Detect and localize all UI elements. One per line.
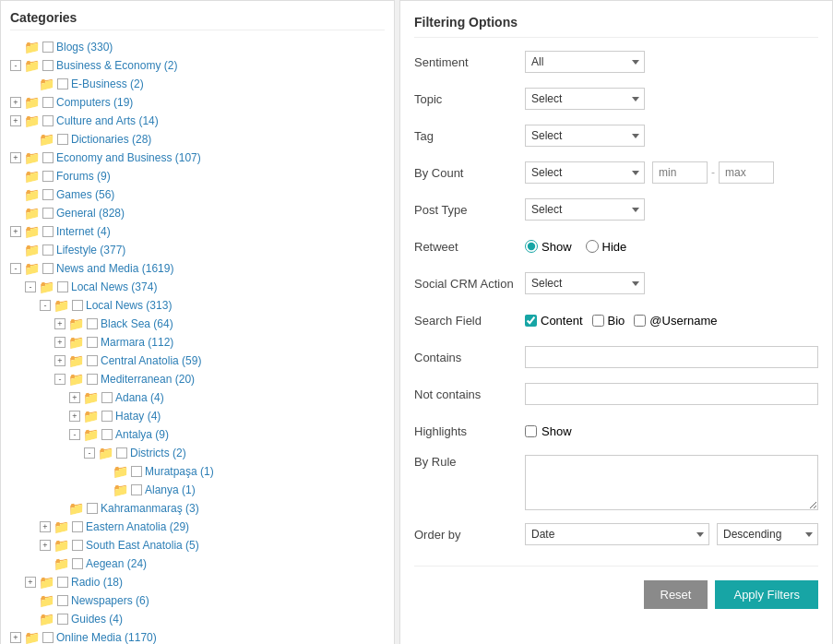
expand-button[interactable]: + xyxy=(69,411,80,422)
tree-item-news-media[interactable]: -📁News and Media (1619) xyxy=(10,259,385,278)
order-by-field-select[interactable]: Date Count Relevance xyxy=(525,523,709,545)
retweet-hide-radio[interactable] xyxy=(586,240,599,253)
item-checkbox[interactable] xyxy=(57,595,68,606)
tree-item-online-media[interactable]: +📁Online Media (1170) xyxy=(10,628,385,644)
content-check-option[interactable]: Content xyxy=(525,314,583,328)
item-checkbox[interactable] xyxy=(42,115,54,126)
tree-item-districts[interactable]: -📁Districts (2) xyxy=(10,444,385,462)
expand-button[interactable]: + xyxy=(10,152,21,163)
item-checkbox[interactable] xyxy=(87,355,98,366)
item-checkbox[interactable] xyxy=(42,226,54,237)
tree-item-eastern-anatolia[interactable]: +📁Eastern Anatolia (29) xyxy=(10,518,385,536)
tree-item-alanya[interactable]: 📁Alanya (1) xyxy=(10,481,385,499)
sentiment-select[interactable]: All Positive Negative Neutral xyxy=(525,51,645,73)
expand-button[interactable]: + xyxy=(69,392,80,403)
item-checkbox[interactable] xyxy=(87,503,98,514)
item-checkbox[interactable] xyxy=(87,337,98,348)
item-checkbox[interactable] xyxy=(42,632,54,643)
expand-button[interactable]: - xyxy=(54,374,65,385)
count-min-input[interactable] xyxy=(652,161,708,184)
expand-button[interactable]: + xyxy=(40,540,51,551)
tree-item-adana[interactable]: +📁Adana (4) xyxy=(10,388,385,407)
item-checkbox[interactable] xyxy=(72,558,83,569)
tree-item-antalya[interactable]: -📁Antalya (9) xyxy=(10,425,385,444)
item-checkbox[interactable] xyxy=(101,392,113,403)
expand-button[interactable]: + xyxy=(54,337,65,348)
apply-filters-button[interactable]: Apply Filters xyxy=(715,580,818,609)
topic-select[interactable]: Select xyxy=(525,88,645,110)
item-checkbox[interactable] xyxy=(42,208,54,219)
tree-item-general[interactable]: 📁General (828) xyxy=(10,204,385,222)
item-checkbox[interactable] xyxy=(101,429,113,440)
username-check-option[interactable]: @Username xyxy=(634,314,717,328)
content-checkbox[interactable] xyxy=(525,315,537,327)
expand-button[interactable]: - xyxy=(10,60,21,71)
not-contains-input[interactable] xyxy=(525,383,818,405)
tree-item-forums[interactable]: 📁Forums (9) xyxy=(10,167,385,185)
item-checkbox[interactable] xyxy=(131,466,142,477)
tree-item-guides[interactable]: 📁Guides (4) xyxy=(10,610,385,628)
highlights-checkbox[interactable] xyxy=(525,425,537,437)
tree-item-mediterranean[interactable]: -📁Mediterranean (20) xyxy=(10,370,385,388)
tree-item-dictionaries[interactable]: 📁Dictionaries (28) xyxy=(10,130,385,149)
expand-button[interactable]: - xyxy=(25,281,36,292)
bio-checkbox[interactable] xyxy=(592,315,604,327)
expand-button[interactable]: + xyxy=(10,115,21,126)
item-checkbox[interactable] xyxy=(42,60,54,71)
expand-button[interactable]: + xyxy=(10,632,21,643)
item-checkbox[interactable] xyxy=(72,540,83,551)
expand-button[interactable]: + xyxy=(40,521,51,532)
item-checkbox[interactable] xyxy=(116,447,127,459)
social-crm-select[interactable]: Select xyxy=(525,272,645,294)
reset-button[interactable]: Reset xyxy=(644,580,708,609)
item-checkbox[interactable] xyxy=(57,78,68,89)
tree-item-black-sea[interactable]: +📁Black Sea (64) xyxy=(10,315,385,333)
tree-item-local-news-313[interactable]: -📁Local News (313) xyxy=(10,296,385,315)
item-checkbox[interactable] xyxy=(57,577,68,588)
expand-button[interactable]: + xyxy=(54,355,65,366)
tree-item-muratpasa[interactable]: 📁Muratpaşa (1) xyxy=(10,462,385,481)
contains-input[interactable] xyxy=(525,346,818,368)
tree-item-local-news-374[interactable]: -📁Local News (374) xyxy=(10,278,385,296)
tree-item-culture-arts[interactable]: +📁Culture and Arts (14) xyxy=(10,112,385,130)
expand-button[interactable]: - xyxy=(84,447,95,459)
tree-item-hatay[interactable]: +📁Hatay (4) xyxy=(10,407,385,425)
by-count-select[interactable]: Select xyxy=(525,161,645,184)
retweet-hide-option[interactable]: Hide xyxy=(586,240,627,254)
tree-item-radio[interactable]: +📁Radio (18) xyxy=(10,573,385,591)
item-checkbox[interactable] xyxy=(87,318,98,329)
tree-item-marmara[interactable]: +📁Marmara (112) xyxy=(10,333,385,352)
item-checkbox[interactable] xyxy=(72,300,83,311)
tree-item-games[interactable]: 📁Games (56) xyxy=(10,185,385,204)
tag-select[interactable]: Select xyxy=(525,125,645,147)
retweet-show-radio[interactable] xyxy=(525,240,538,253)
tree-item-economy-business[interactable]: +📁Economy and Business (107) xyxy=(10,149,385,167)
item-checkbox[interactable] xyxy=(42,244,54,256)
by-rule-textarea[interactable] xyxy=(525,455,818,510)
expand-button[interactable]: - xyxy=(40,300,51,311)
item-checkbox[interactable] xyxy=(57,134,68,145)
username-checkbox[interactable] xyxy=(634,315,646,327)
item-checkbox[interactable] xyxy=(42,97,54,108)
tree-item-newspapers[interactable]: 📁Newspapers (6) xyxy=(10,591,385,610)
item-checkbox[interactable] xyxy=(87,374,98,385)
item-checkbox[interactable] xyxy=(42,42,54,53)
post-type-select[interactable]: Select xyxy=(525,198,645,221)
highlights-check-option[interactable]: Show xyxy=(525,424,572,438)
count-max-input[interactable] xyxy=(719,161,774,184)
item-checkbox[interactable] xyxy=(42,171,54,182)
item-checkbox[interactable] xyxy=(42,152,54,163)
expand-button[interactable]: - xyxy=(69,429,80,440)
expand-button[interactable]: + xyxy=(25,577,36,588)
expand-button[interactable]: + xyxy=(10,226,21,237)
tree-item-business-economy[interactable]: -📁Business & Economy (2) xyxy=(10,56,385,75)
tree-item-kahramanmaras[interactable]: 📁Kahramanmaraş (3) xyxy=(10,499,385,518)
item-checkbox[interactable] xyxy=(42,263,54,274)
bio-check-option[interactable]: Bio xyxy=(592,314,625,328)
expand-button[interactable]: + xyxy=(54,318,65,329)
tree-item-aegean[interactable]: 📁Aegean (24) xyxy=(10,555,385,573)
tree-item-central-anatolia[interactable]: +📁Central Anatolia (59) xyxy=(10,352,385,370)
tree-item-e-business[interactable]: 📁E-Business (2) xyxy=(10,75,385,93)
expand-button[interactable]: - xyxy=(10,263,21,274)
retweet-show-option[interactable]: Show xyxy=(525,240,572,254)
